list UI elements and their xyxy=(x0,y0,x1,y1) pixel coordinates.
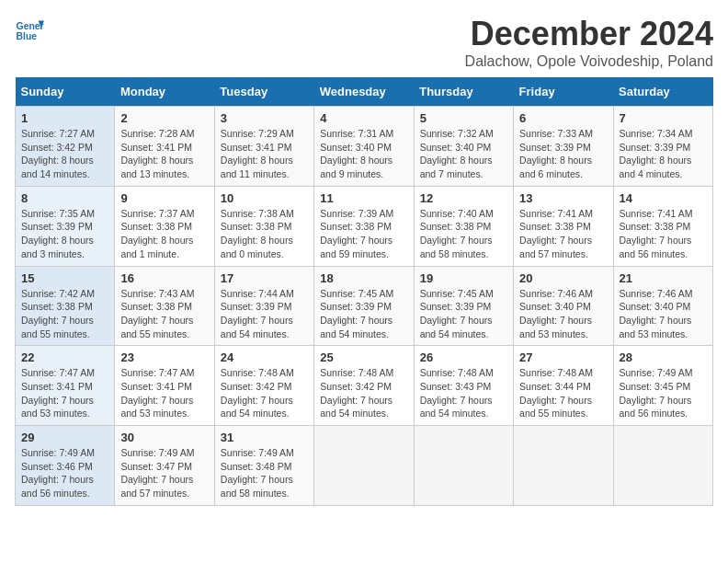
calendar-week-1: 1 Sunrise: 7:27 AM Sunset: 3:42 PM Dayli… xyxy=(16,107,713,187)
day-detail: Sunrise: 7:34 AM Sunset: 3:39 PM Dayligh… xyxy=(620,127,707,181)
day-detail: Sunrise: 7:49 AM Sunset: 3:45 PM Dayligh… xyxy=(620,366,707,420)
day-detail: Sunrise: 7:48 AM Sunset: 3:42 PM Dayligh… xyxy=(221,366,308,420)
day-number: 26 xyxy=(420,350,507,364)
day-number: 10 xyxy=(221,191,308,205)
calendar-week-2: 8 Sunrise: 7:35 AM Sunset: 3:39 PM Dayli… xyxy=(16,186,713,266)
day-detail: Sunrise: 7:48 AM Sunset: 3:42 PM Dayligh… xyxy=(320,366,407,420)
calendar-cell: 11 Sunrise: 7:39 AM Sunset: 3:38 PM Dayl… xyxy=(314,186,414,266)
calendar-cell: 18 Sunrise: 7:45 AM Sunset: 3:39 PM Dayl… xyxy=(314,266,414,346)
calendar-body: 1 Sunrise: 7:27 AM Sunset: 3:42 PM Dayli… xyxy=(16,107,713,506)
day-detail: Sunrise: 7:29 AM Sunset: 3:41 PM Dayligh… xyxy=(221,127,308,181)
day-detail: Sunrise: 7:32 AM Sunset: 3:40 PM Dayligh… xyxy=(420,127,507,181)
day-of-week-sunday: Sunday xyxy=(16,77,115,107)
day-detail: Sunrise: 7:41 AM Sunset: 3:38 PM Dayligh… xyxy=(519,207,607,261)
calendar-week-4: 22 Sunrise: 7:47 AM Sunset: 3:41 PM Dayl… xyxy=(16,346,713,426)
day-number: 21 xyxy=(620,271,707,285)
day-number: 31 xyxy=(221,431,308,444)
day-number: 12 xyxy=(420,191,507,205)
calendar-cell: 15 Sunrise: 7:42 AM Sunset: 3:38 PM Dayl… xyxy=(16,266,115,346)
calendar-cell: 17 Sunrise: 7:44 AM Sunset: 3:39 PM Dayl… xyxy=(214,266,313,346)
calendar-cell: 22 Sunrise: 7:47 AM Sunset: 3:41 PM Dayl… xyxy=(16,346,115,426)
calendar-cell: 25 Sunrise: 7:48 AM Sunset: 3:42 PM Dayl… xyxy=(314,346,414,426)
day-number: 9 xyxy=(120,191,208,205)
calendar-cell: 9 Sunrise: 7:37 AM Sunset: 3:38 PM Dayli… xyxy=(115,186,214,266)
calendar-cell: 16 Sunrise: 7:43 AM Sunset: 3:38 PM Dayl… xyxy=(115,266,214,346)
day-number: 5 xyxy=(420,111,507,125)
svg-text:Blue: Blue xyxy=(17,31,38,41)
calendar-cell: 2 Sunrise: 7:28 AM Sunset: 3:41 PM Dayli… xyxy=(115,107,214,187)
day-number: 7 xyxy=(620,111,707,125)
day-detail: Sunrise: 7:44 AM Sunset: 3:39 PM Dayligh… xyxy=(221,287,308,341)
calendar-cell: 29 Sunrise: 7:49 AM Sunset: 3:46 PM Dayl… xyxy=(16,426,115,506)
month-title: December 2024 xyxy=(465,15,713,53)
day-of-week-tuesday: Tuesday xyxy=(214,77,313,107)
calendar-week-5: 29 Sunrise: 7:49 AM Sunset: 3:46 PM Dayl… xyxy=(16,426,713,506)
calendar-cell: 4 Sunrise: 7:31 AM Sunset: 3:40 PM Dayli… xyxy=(314,107,414,187)
day-number: 28 xyxy=(620,350,707,364)
logo: General Blue xyxy=(15,15,44,44)
calendar-week-3: 15 Sunrise: 7:42 AM Sunset: 3:38 PM Dayl… xyxy=(16,266,713,346)
calendar-cell xyxy=(613,426,712,506)
title-section: December 2024 Dalachow, Opole Voivodeshi… xyxy=(465,15,713,70)
calendar-cell: 21 Sunrise: 7:46 AM Sunset: 3:40 PM Dayl… xyxy=(613,266,712,346)
calendar-cell: 19 Sunrise: 7:45 AM Sunset: 3:39 PM Dayl… xyxy=(414,266,513,346)
day-number: 2 xyxy=(120,111,208,125)
day-detail: Sunrise: 7:40 AM Sunset: 3:38 PM Dayligh… xyxy=(420,207,507,261)
day-number: 19 xyxy=(420,271,507,285)
location-subtitle: Dalachow, Opole Voivodeship, Poland xyxy=(465,53,713,70)
day-detail: Sunrise: 7:47 AM Sunset: 3:41 PM Dayligh… xyxy=(21,366,108,420)
day-of-week-wednesday: Wednesday xyxy=(314,77,414,107)
day-detail: Sunrise: 7:43 AM Sunset: 3:38 PM Dayligh… xyxy=(120,287,208,341)
calendar-cell: 12 Sunrise: 7:40 AM Sunset: 3:38 PM Dayl… xyxy=(414,186,513,266)
day-detail: Sunrise: 7:49 AM Sunset: 3:46 PM Dayligh… xyxy=(21,446,108,500)
day-detail: Sunrise: 7:37 AM Sunset: 3:38 PM Dayligh… xyxy=(120,207,208,261)
day-number: 1 xyxy=(21,111,108,125)
day-number: 20 xyxy=(519,271,607,285)
calendar-header: SundayMondayTuesdayWednesdayThursdayFrid… xyxy=(16,77,713,107)
day-detail: Sunrise: 7:41 AM Sunset: 3:38 PM Dayligh… xyxy=(620,207,707,261)
calendar-cell: 3 Sunrise: 7:29 AM Sunset: 3:41 PM Dayli… xyxy=(214,107,313,187)
day-detail: Sunrise: 7:39 AM Sunset: 3:38 PM Dayligh… xyxy=(320,207,407,261)
day-number: 4 xyxy=(320,111,407,125)
day-detail: Sunrise: 7:49 AM Sunset: 3:47 PM Dayligh… xyxy=(120,446,208,500)
day-detail: Sunrise: 7:46 AM Sunset: 3:40 PM Dayligh… xyxy=(620,287,707,341)
day-number: 11 xyxy=(320,191,407,205)
day-number: 25 xyxy=(320,350,407,364)
day-detail: Sunrise: 7:42 AM Sunset: 3:38 PM Dayligh… xyxy=(21,287,108,341)
calendar-cell: 31 Sunrise: 7:49 AM Sunset: 3:48 PM Dayl… xyxy=(214,426,313,506)
day-number: 23 xyxy=(120,350,208,364)
calendar-cell: 10 Sunrise: 7:38 AM Sunset: 3:38 PM Dayl… xyxy=(214,186,313,266)
calendar-cell: 1 Sunrise: 7:27 AM Sunset: 3:42 PM Dayli… xyxy=(16,107,115,187)
day-number: 24 xyxy=(221,350,308,364)
day-detail: Sunrise: 7:35 AM Sunset: 3:39 PM Dayligh… xyxy=(21,207,108,261)
calendar-cell: 27 Sunrise: 7:48 AM Sunset: 3:44 PM Dayl… xyxy=(514,346,613,426)
day-detail: Sunrise: 7:48 AM Sunset: 3:43 PM Dayligh… xyxy=(420,366,507,420)
calendar-cell: 26 Sunrise: 7:48 AM Sunset: 3:43 PM Dayl… xyxy=(414,346,513,426)
day-number: 15 xyxy=(21,271,108,285)
calendar-cell: 20 Sunrise: 7:46 AM Sunset: 3:40 PM Dayl… xyxy=(514,266,613,346)
days-of-week-row: SundayMondayTuesdayWednesdayThursdayFrid… xyxy=(16,77,713,107)
day-detail: Sunrise: 7:45 AM Sunset: 3:39 PM Dayligh… xyxy=(320,287,407,341)
calendar-cell xyxy=(314,426,414,506)
calendar-cell: 7 Sunrise: 7:34 AM Sunset: 3:39 PM Dayli… xyxy=(613,107,712,187)
logo-icon: General Blue xyxy=(15,15,44,44)
day-number: 29 xyxy=(21,431,108,444)
day-number: 18 xyxy=(320,271,407,285)
calendar-cell: 30 Sunrise: 7:49 AM Sunset: 3:47 PM Dayl… xyxy=(115,426,214,506)
day-number: 13 xyxy=(519,191,607,205)
day-detail: Sunrise: 7:45 AM Sunset: 3:39 PM Dayligh… xyxy=(420,287,507,341)
day-number: 16 xyxy=(120,271,208,285)
day-detail: Sunrise: 7:31 AM Sunset: 3:40 PM Dayligh… xyxy=(320,127,407,181)
day-detail: Sunrise: 7:47 AM Sunset: 3:41 PM Dayligh… xyxy=(120,366,208,420)
day-of-week-friday: Friday xyxy=(514,77,613,107)
day-number: 22 xyxy=(21,350,108,364)
day-number: 27 xyxy=(519,350,607,364)
day-number: 8 xyxy=(21,191,108,205)
calendar-cell: 14 Sunrise: 7:41 AM Sunset: 3:38 PM Dayl… xyxy=(613,186,712,266)
calendar-cell: 24 Sunrise: 7:48 AM Sunset: 3:42 PM Dayl… xyxy=(214,346,313,426)
calendar-cell: 5 Sunrise: 7:32 AM Sunset: 3:40 PM Dayli… xyxy=(414,107,513,187)
day-number: 14 xyxy=(620,191,707,205)
calendar-cell: 8 Sunrise: 7:35 AM Sunset: 3:39 PM Dayli… xyxy=(16,186,115,266)
day-detail: Sunrise: 7:48 AM Sunset: 3:44 PM Dayligh… xyxy=(519,366,607,420)
day-detail: Sunrise: 7:28 AM Sunset: 3:41 PM Dayligh… xyxy=(120,127,208,181)
